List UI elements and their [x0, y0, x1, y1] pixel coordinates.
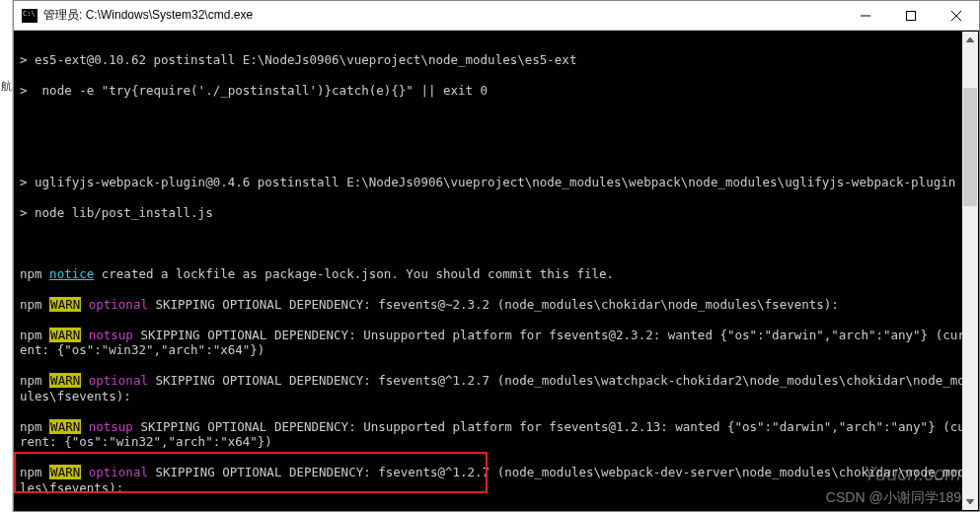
msg: SKIPPING OPTIONAL DEPENDENCY: Unsupporte… [20, 328, 972, 358]
output-line [20, 236, 979, 252]
output-line: npm WARN notsup SKIPPING OPTIONAL DEPEND… [20, 419, 979, 450]
warn-tag: WARN [49, 328, 81, 342]
warn-tag: WARN [49, 511, 81, 512]
output-line: npm WARN optional SKIPPING OPTIONAL DEPE… [20, 297, 979, 313]
notsup-tag: notsup [81, 328, 133, 342]
warn-tag: WARN [49, 373, 81, 388]
svg-marker-4 [966, 37, 974, 42]
cmd-window: 管理员: C:\Windows\System32\cmd.exe > es5-e… [13, 0, 980, 512]
output-line: > node lib/post_install.js [20, 205, 979, 221]
notsup-tag: notsup [81, 419, 133, 434]
npm-prefix: npm [20, 266, 49, 281]
vertical-scrollbar[interactable] [962, 32, 978, 510]
warn-tag: WARN [49, 465, 81, 479]
output-line: npm WARN optional SKIPPING OPTIONAL DEPE… [20, 465, 979, 495]
titlebar[interactable]: 管理员: C:\Windows\System32\cmd.exe [14, 1, 979, 31]
npm-prefix: npm [20, 297, 49, 312]
npm-prefix: npm [20, 419, 49, 434]
close-button[interactable] [934, 1, 979, 30]
svg-rect-1 [907, 11, 916, 20]
scroll-thumb[interactable] [963, 88, 977, 206]
output-line: npm WARN optional SKIPPING OPTIONAL DEPE… [20, 373, 979, 403]
npm-prefix: npm [20, 373, 49, 388]
cmd-icon [22, 9, 38, 23]
optional-tag: optional [81, 465, 148, 479]
minimize-button[interactable] [843, 1, 888, 30]
svg-marker-5 [966, 499, 974, 504]
scroll-down-button[interactable] [962, 493, 978, 510]
optional-tag: optional [81, 373, 148, 388]
background-char: 航 [0, 79, 12, 94]
window-buttons [843, 1, 979, 30]
optional-tag: optional [81, 297, 148, 312]
maximize-button[interactable] [888, 1, 934, 30]
scroll-track[interactable] [962, 48, 978, 493]
msg: SKIPPING OPTIONAL DEPENDENCY: fsevents@~… [148, 297, 839, 312]
msg: SKIPPING OPTIONAL DEPENDENCY: Unsupporte… [20, 511, 972, 512]
output-line: npm notice created a lockfile as package… [20, 266, 979, 282]
warn-tag: WARN [49, 297, 81, 312]
output-line: > uglifyjs-webpack-plugin@0.4.6 postinst… [20, 175, 979, 190]
msg: SKIPPING OPTIONAL DEPENDENCY: fsevents@^… [20, 373, 972, 403]
terminal-output[interactable]: > es5-ext@0.10.62 postinstall E:\NodeJs0… [14, 31, 979, 511]
background-panel: 航 [0, 0, 13, 512]
msg: SKIPPING OPTIONAL DEPENDENCY: fsevents@^… [20, 465, 972, 495]
npm-prefix: npm [20, 511, 49, 512]
msg: SKIPPING OPTIONAL DEPENDENCY: Unsupporte… [20, 419, 972, 450]
npm-prefix: npm [20, 465, 49, 479]
output-line: > es5-ext@0.10.62 postinstall E:\NodeJs0… [20, 52, 979, 68]
npm-prefix: npm [20, 328, 49, 342]
msg: created a lockfile as package-lock.json.… [94, 266, 614, 281]
notice-tag: notice [49, 266, 94, 281]
warn-tag: WARN [49, 419, 81, 434]
output-line [20, 144, 979, 160]
output-line: > node -e "try{require('./_postinstall')… [20, 83, 979, 99]
output-line: npm WARN notsup SKIPPING OPTIONAL DEPEND… [20, 328, 979, 358]
output-line: npm WARN notsup SKIPPING OPTIONAL DEPEND… [20, 511, 979, 512]
output-line [20, 113, 979, 129]
scroll-up-button[interactable] [962, 32, 978, 48]
window-title: 管理员: C:\Windows\System32\cmd.exe [43, 7, 843, 24]
notsup-tag: notsup [81, 511, 133, 512]
